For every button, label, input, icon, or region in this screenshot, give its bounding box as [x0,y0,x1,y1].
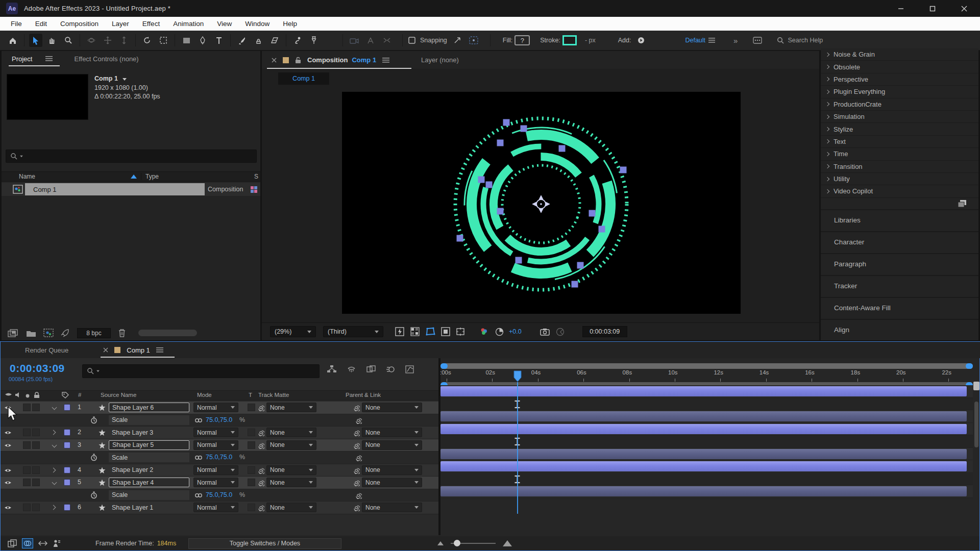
project-item-row[interactable]: Comp 1 Composition [2,183,260,196]
track-matte-toggle-cell[interactable] [248,429,255,436]
pen-tool-icon[interactable] [196,34,209,47]
stroke-width-label[interactable]: - px [585,37,596,44]
selection-handle-square[interactable] [589,210,596,217]
maximize-button[interactable] [917,0,948,17]
layer-expand-toggle[interactable] [52,405,57,410]
selection-handle-square[interactable] [559,145,566,152]
track-matte-select[interactable]: None [266,428,316,437]
snap-along-edges-icon[interactable] [451,34,464,47]
layer-mode-select[interactable]: Normal [193,465,238,475]
chevron-right-icon[interactable] [825,127,829,131]
property-row[interactable]: Scale75.0,75.0% [1,452,438,464]
snapping-checkbox[interactable] [407,34,416,47]
effects-category-row[interactable]: Video Copilot [821,185,978,197]
property-row[interactable]: Scale75.0,75.0% [1,414,438,427]
parent-pickwhip-icon[interactable] [353,479,360,486]
layer-duration-bar[interactable] [440,424,967,434]
track-matte-pickwhip-icon[interactable] [257,479,264,486]
audio-switch-cell[interactable] [23,466,31,474]
menu-effect[interactable]: Effect [136,17,166,31]
layer-expand-toggle[interactable] [52,442,57,447]
chevron-right-icon[interactable] [825,189,829,193]
eraser-tool-icon[interactable] [268,34,281,47]
property-pickwhip-icon[interactable] [355,454,362,461]
layer-name[interactable]: Shape Layer 3 [109,428,189,437]
tab-timeline-comp[interactable]: Comp 1 [127,346,150,354]
audio-switch-cell[interactable] [23,404,31,411]
menu-composition[interactable]: Composition [54,17,105,31]
layer-row[interactable]: 5Shape Layer 4NormalNoneNone [1,477,438,489]
layer-visibility-toggle[interactable] [4,480,12,485]
parent-pickwhip-icon[interactable] [353,442,360,449]
selection-tool-icon[interactable] [29,34,42,47]
fast-previews-icon[interactable] [394,326,406,337]
layer-visibility-toggle[interactable] [4,443,12,448]
layer-visibility-toggle[interactable] [4,468,12,473]
layer-duration-bar[interactable] [440,386,967,396]
column-parent-link[interactable]: Parent & Link [346,392,381,398]
track-matte-pickwhip-icon[interactable] [257,404,264,411]
track-matte-select[interactable]: None [266,503,316,512]
column-track-matte[interactable]: Track Matte [258,392,289,398]
clone-stamp-tool-icon[interactable] [252,34,265,47]
layer-expand-toggle[interactable] [51,430,56,435]
audio-column-speaker-icon[interactable] [15,392,21,398]
layer-row[interactable]: 2Shape Layer 3NormalNoneNone [1,427,438,439]
new-composition-icon[interactable] [43,329,54,337]
close-tab-icon[interactable] [272,58,277,63]
layer-duration-bar[interactable] [440,449,967,459]
layer-mode-select[interactable]: Normal [193,403,238,412]
exposure-reset-icon[interactable] [493,326,505,337]
tab-render-queue[interactable]: Render Queue [25,346,68,354]
project-panel-menu-icon[interactable] [45,56,53,61]
comp-breadcrumb-button[interactable]: Comp 1 [278,72,329,85]
panel-tab-character[interactable]: Character [821,231,978,252]
layer-name[interactable]: Shape Layer 2 [109,465,189,475]
comp-marker-bin[interactable] [973,382,979,390]
menu-view[interactable]: View [210,17,238,31]
parent-link-select[interactable]: None [362,478,422,487]
effects-category-row[interactable]: Transition [821,161,978,173]
effects-category-row[interactable]: Plugin Everything [821,86,978,98]
project-search-input[interactable] [6,149,257,163]
hand-tool-icon[interactable] [45,34,59,47]
brush-tool-icon[interactable] [235,34,249,47]
chevron-right-icon[interactable] [825,114,829,118]
track-matte-pickwhip-icon[interactable] [257,467,264,474]
tab-effect-controls[interactable]: Effect Controls (none) [74,55,138,63]
constrain-proportions-icon[interactable] [194,455,203,460]
zoom-in-time-icon[interactable] [503,540,512,546]
motion-blur-icon[interactable] [386,365,395,373]
track-row[interactable] [440,385,973,398]
add-menu-icon[interactable] [634,34,648,47]
layer-visibility-toggle[interactable] [4,430,12,435]
selection-handle-square[interactable] [497,208,504,215]
preview-time-display[interactable]: 0:00:03:09 [582,326,627,337]
sort-ascending-icon[interactable] [131,174,137,179]
chevron-right-icon[interactable] [825,52,829,56]
menu-layer[interactable]: Layer [105,17,136,31]
minimize-button[interactable] [885,0,917,17]
column-mode[interactable]: Mode [197,392,212,398]
layer-name[interactable]: Shape Layer 5 [109,440,189,450]
resolution-select[interactable]: (Third) [323,326,383,337]
selection-handle-square[interactable] [620,167,627,173]
camera-region-tool-icon[interactable] [157,34,170,47]
frame-blending-icon[interactable] [366,365,376,373]
project-comp-name[interactable]: Comp 1 [94,75,118,82]
stopwatch-icon[interactable] [90,454,97,461]
label-column-icon[interactable] [62,392,69,398]
chevron-right-icon[interactable] [825,139,829,143]
zoom-tool-icon[interactable] [62,34,75,47]
new-folder-icon[interactable] [26,329,36,337]
track-matte-select[interactable]: None [266,478,316,487]
guide-options-icon[interactable] [439,326,452,337]
selection-handle-square[interactable] [572,281,578,288]
lock-switch-cell[interactable] [32,441,40,449]
scale-value[interactable]: 75.0,75.0 [206,454,232,461]
track-matte-select[interactable]: None [266,465,316,475]
chevron-right-icon[interactable] [825,177,829,181]
current-time-display[interactable]: 0:00:03:09 [10,362,65,374]
audio-switch-cell[interactable] [23,504,31,511]
property-scale-label[interactable]: Scale [109,415,189,425]
